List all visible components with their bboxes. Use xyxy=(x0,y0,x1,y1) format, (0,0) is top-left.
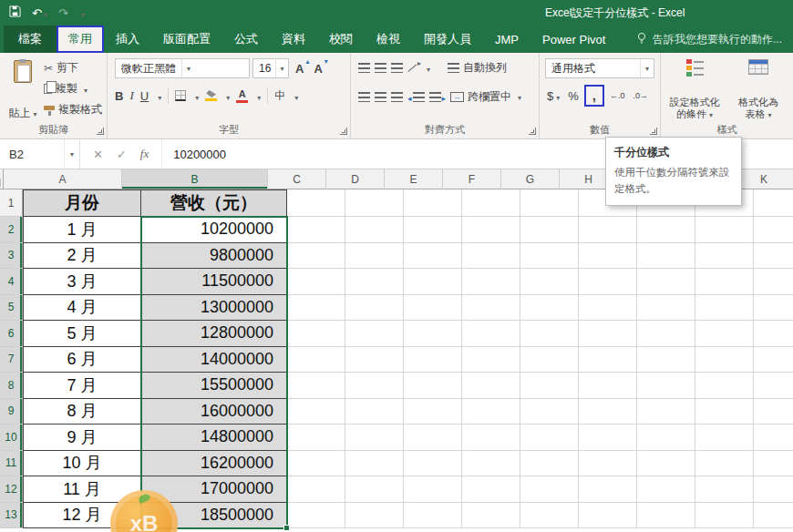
cell-empty[interactable] xyxy=(287,189,345,217)
row-header-2[interactable]: 2 xyxy=(0,217,23,243)
increase-indent-button[interactable] xyxy=(429,88,447,105)
cell-empty[interactable] xyxy=(579,425,637,451)
row-header-13[interactable]: 13 xyxy=(0,503,23,529)
cell-empty[interactable] xyxy=(404,373,462,399)
col-header-K[interactable]: K xyxy=(735,169,793,189)
cell-A6[interactable]: 5 月 xyxy=(23,321,141,347)
cell-empty[interactable] xyxy=(520,269,579,295)
cell-B7[interactable]: 14000000 xyxy=(141,347,287,373)
cell-empty[interactable] xyxy=(287,269,345,295)
cell-empty[interactable] xyxy=(579,373,637,399)
cell-empty[interactable] xyxy=(579,347,637,373)
cell-empty[interactable] xyxy=(287,347,345,373)
insert-function-icon[interactable] xyxy=(140,147,149,161)
row-header-1[interactable]: 1 xyxy=(0,189,23,217)
number-format-combo[interactable]: 通用格式 xyxy=(545,58,654,78)
row-header-7[interactable]: 7 xyxy=(0,347,23,373)
cell-empty[interactable] xyxy=(404,425,462,451)
cell-B9[interactable]: 16000000 xyxy=(141,399,287,425)
format-painter-button[interactable]: 複製格式 xyxy=(44,102,102,118)
tell-me-box[interactable]: 告訴我您想要執行的動作... xyxy=(636,26,793,53)
row-header-10[interactable]: 10 xyxy=(0,425,23,451)
cell-A11[interactable]: 10 月 xyxy=(23,451,141,477)
cell-empty[interactable] xyxy=(754,243,793,270)
cell-empty[interactable] xyxy=(754,269,793,295)
cell-empty[interactable] xyxy=(404,503,462,529)
cell-empty[interactable] xyxy=(520,321,579,347)
cell-empty[interactable] xyxy=(754,189,793,217)
enter-icon[interactable] xyxy=(117,148,127,161)
underline-button[interactable]: U xyxy=(140,89,149,103)
cell-empty[interactable] xyxy=(404,347,462,373)
cell-empty[interactable] xyxy=(462,269,520,295)
cell-A7[interactable]: 6 月 xyxy=(23,347,141,373)
paste-button[interactable]: 貼上 xyxy=(5,57,40,123)
formula-input[interactable]: 10200000 xyxy=(162,139,226,169)
align-left-icon[interactable] xyxy=(358,92,370,102)
cell-empty[interactable] xyxy=(287,451,345,477)
borders-dropdown-icon[interactable] xyxy=(192,89,199,103)
font-dialog-launcher[interactable] xyxy=(340,128,347,135)
cell-A10[interactable]: 9 月 xyxy=(23,425,141,451)
tab-developer[interactable]: 開發人員 xyxy=(412,26,483,53)
cell-empty[interactable] xyxy=(462,373,520,399)
cell-B5[interactable]: 13000000 xyxy=(141,295,287,322)
font-size-dropdown-icon[interactable] xyxy=(275,59,288,77)
cell-empty[interactable] xyxy=(462,476,520,503)
font-color-dropdown-icon[interactable] xyxy=(254,89,261,103)
align-bottom-icon[interactable] xyxy=(391,63,403,73)
tab-home[interactable]: 常用 xyxy=(57,26,104,53)
cell-empty[interactable] xyxy=(462,451,520,477)
increase-decimal-button[interactable]: ←.0 xyxy=(610,91,625,100)
cell-empty[interactable] xyxy=(404,269,462,295)
cell-empty[interactable] xyxy=(637,243,695,270)
increase-font-size-button[interactable] xyxy=(292,61,307,77)
cell-empty[interactable] xyxy=(404,189,462,217)
cell-A9[interactable]: 8 月 xyxy=(23,399,141,425)
cell-empty[interactable] xyxy=(462,243,520,270)
cell-empty[interactable] xyxy=(345,321,404,347)
cell-empty[interactable] xyxy=(637,476,695,503)
cell-empty[interactable] xyxy=(754,295,793,322)
col-header-F[interactable]: F xyxy=(443,169,501,189)
decrease-decimal-button[interactable]: .0→ xyxy=(633,91,649,100)
cell-empty[interactable] xyxy=(462,217,520,243)
orientation-icon[interactable] xyxy=(407,62,419,73)
comma-style-button[interactable]: , xyxy=(587,87,602,104)
cell-empty[interactable] xyxy=(520,217,579,243)
cell-empty[interactable] xyxy=(287,295,345,322)
cell-empty[interactable] xyxy=(345,373,404,399)
cell-empty[interactable] xyxy=(579,217,637,243)
cell-empty[interactable] xyxy=(462,399,520,425)
cell-empty[interactable] xyxy=(287,399,345,425)
cell-empty[interactable] xyxy=(345,269,404,295)
cell-empty[interactable] xyxy=(754,425,793,451)
cell-empty[interactable] xyxy=(404,476,462,503)
merge-center-button[interactable]: 跨欄置中 xyxy=(450,89,521,105)
cell-empty[interactable] xyxy=(754,217,793,243)
cell-empty[interactable] xyxy=(579,503,637,529)
cell-A1[interactable]: 月份 xyxy=(23,189,141,217)
tab-power-pivot[interactable]: Power Pivot xyxy=(530,26,617,53)
cell-empty[interactable] xyxy=(520,425,579,451)
tab-page-layout[interactable]: 版面配置 xyxy=(151,26,222,53)
col-header-A[interactable]: A xyxy=(4,169,122,189)
cell-empty[interactable] xyxy=(345,451,404,477)
cell-empty[interactable] xyxy=(345,217,404,243)
cell-B3[interactable]: 9800000 xyxy=(141,243,287,270)
name-box-dropdown-icon[interactable] xyxy=(64,139,79,169)
row-header-8[interactable]: 8 xyxy=(0,373,23,399)
cell-empty[interactable] xyxy=(579,295,637,322)
font-name-dropdown-icon[interactable] xyxy=(181,59,195,77)
cell-empty[interactable] xyxy=(695,451,754,477)
align-middle-icon[interactable] xyxy=(375,63,386,73)
cell-empty[interactable] xyxy=(404,451,462,477)
cell-empty[interactable] xyxy=(754,476,793,503)
row-header-6[interactable]: 6 xyxy=(0,321,23,347)
cell-empty[interactable] xyxy=(345,476,404,503)
borders-icon[interactable] xyxy=(175,90,186,101)
cell-empty[interactable] xyxy=(345,503,404,529)
row-header-11[interactable]: 11 xyxy=(0,451,23,477)
cell-B10[interactable]: 14800000 xyxy=(141,425,287,451)
copy-button[interactable]: 複製 xyxy=(44,81,102,97)
